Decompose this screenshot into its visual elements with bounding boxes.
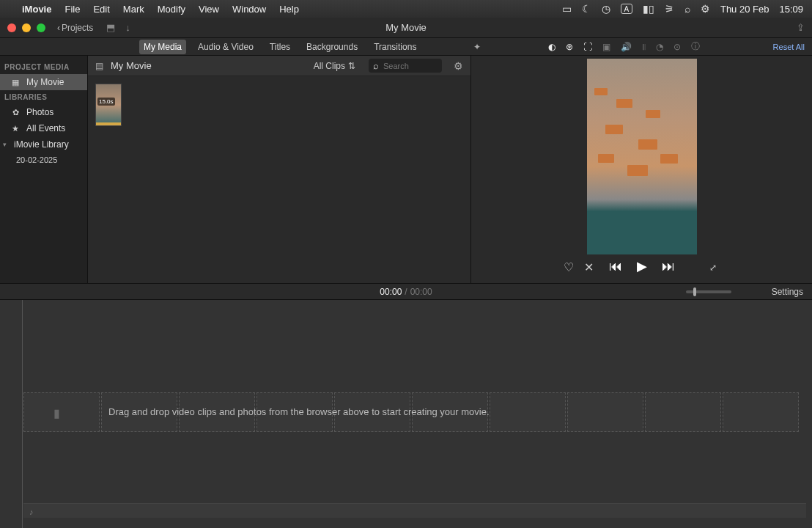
share-icon[interactable]: ⇪ <box>797 22 805 33</box>
prev-frame-button[interactable]: ⏮ <box>609 259 622 274</box>
keyboard-input-icon[interactable]: A <box>621 4 632 14</box>
list-view-icon[interactable]: ▤ <box>95 61 103 71</box>
wifi-icon[interactable]: ⚞ <box>665 3 674 15</box>
projects-label: Projects <box>62 23 93 33</box>
battery-icon[interactable]: ▮▯ <box>643 3 654 15</box>
film-icon: ▦ <box>10 78 21 87</box>
tab-my-media[interactable]: My Media <box>139 40 186 54</box>
minimize-window-button[interactable] <box>22 23 31 32</box>
audio-track[interactable] <box>23 503 806 518</box>
drop-slot[interactable] <box>645 392 721 432</box>
timecode-row: 00:00 / 00:00 Settings <box>0 283 812 299</box>
menu-file[interactable]: File <box>64 4 80 15</box>
sidebar-item-my-movie[interactable]: ▦ My Movie <box>0 74 87 90</box>
enhance-wand-icon[interactable]: ✦ <box>473 42 481 52</box>
drop-slot[interactable] <box>567 392 643 432</box>
timeline-zoom-slider[interactable] <box>686 290 731 293</box>
fullscreen-icon[interactable]: ⤢ <box>709 263 717 273</box>
window-titlebar: ‹ Projects ⬒ ↓ My Movie ⇪ <box>0 18 812 38</box>
menu-mark[interactable]: Mark <box>123 4 144 15</box>
filmstrip-icon: ▮ <box>53 406 60 420</box>
browser-title: My Movie <box>111 60 152 71</box>
sidebar-item-imovie-library[interactable]: ▾ iMovie Library <box>0 136 87 153</box>
clip-filter-icon[interactable]: ⊙ <box>673 42 681 52</box>
libraries-header: LIBRARIES <box>0 90 87 104</box>
search-box[interactable]: ⌕ <box>369 59 442 73</box>
reject-x-icon[interactable]: ✕ <box>584 260 594 274</box>
drop-slot[interactable] <box>490 392 566 432</box>
play-button[interactable]: ▶ <box>637 258 647 274</box>
menu-view[interactable]: View <box>199 4 219 15</box>
control-center-icon[interactable]: ⚙ <box>701 3 710 15</box>
noise-eq-icon[interactable]: ⫴ <box>642 42 646 52</box>
tab-audio-video[interactable]: Audio & Video <box>193 40 258 54</box>
traffic-lights <box>7 23 45 32</box>
tab-backgrounds[interactable]: Backgrounds <box>302 40 362 54</box>
window-title: My Movie <box>385 22 427 33</box>
tab-titles[interactable]: Titles <box>265 40 295 54</box>
back-to-projects-button[interactable]: ‹ Projects <box>57 23 93 33</box>
color-balance-icon[interactable]: ◐ <box>548 42 556 52</box>
project-media-header: PROJECT MEDIA <box>0 60 87 74</box>
dnd-moon-icon[interactable]: ☾ <box>582 3 591 15</box>
clip-duration-badge: 15.0s <box>97 98 115 106</box>
search-spotlight-icon[interactable]: ⌕ <box>684 3 690 15</box>
clip-area[interactable]: 15.0s <box>88 76 470 283</box>
total-time: 00:00 <box>410 287 432 297</box>
drop-slot[interactable] <box>723 392 799 432</box>
main-split: PROJECT MEDIA ▦ My Movie LIBRARIES ✿ Pho… <box>0 56 812 283</box>
menubar-date[interactable]: Thu 20 Feb <box>720 4 769 15</box>
download-icon[interactable]: ↓ <box>125 22 130 33</box>
gear-icon[interactable]: ⚙ <box>454 60 463 72</box>
photos-icon: ✿ <box>10 108 21 117</box>
stabilization-icon[interactable]: ▣ <box>602 42 610 52</box>
speed-icon[interactable]: ◔ <box>656 42 663 52</box>
clips-filter-dropdown[interactable]: All Clips ⇅ <box>314 61 355 71</box>
preview-viewer: ♡ ✕ ⏮ ▶ ⏭ ⤢ <box>470 56 812 283</box>
menu-help[interactable]: Help <box>279 4 299 15</box>
chevron-down-icon[interactable]: ▾ <box>3 141 7 148</box>
preview-frame[interactable] <box>587 59 697 254</box>
next-frame-button[interactable]: ⏭ <box>662 259 675 274</box>
sidebar-item-label: iMovie Library <box>14 139 69 150</box>
search-input[interactable] <box>383 62 427 70</box>
reset-all-button[interactable]: Reset All <box>773 43 805 51</box>
menu-modify[interactable]: Modify <box>158 4 185 15</box>
sidebar-item-label: Photos <box>26 107 53 117</box>
sidebar-item-date-event[interactable]: 20-02-2025 <box>0 153 87 167</box>
media-clip[interactable]: 15.0s <box>95 84 122 126</box>
timeline-settings-button[interactable]: Settings <box>772 287 803 297</box>
library-sidebar: PROJECT MEDIA ▦ My Movie LIBRARIES ✿ Pho… <box>0 56 88 283</box>
menubar-time[interactable]: 15:09 <box>779 4 803 15</box>
clock-icon[interactable]: ◷ <box>602 3 610 15</box>
close-window-button[interactable] <box>7 23 16 32</box>
sidebar-item-all-events[interactable]: ★ All Events <box>0 120 87 136</box>
sidebar-item-label: My Movie <box>26 77 64 87</box>
sidebar-item-photos[interactable]: ✿ Photos <box>0 104 87 120</box>
clip-used-bar <box>96 122 121 125</box>
chevron-left-icon: ‹ <box>57 23 60 33</box>
timeline[interactable]: Drag and drop video clips and photos fro… <box>0 299 812 528</box>
maximize-window-button[interactable] <box>37 23 45 32</box>
app-name[interactable]: iMovie <box>22 4 51 15</box>
media-tabs-row: My Media Audio & Video Titles Background… <box>0 38 812 56</box>
current-time: 00:00 <box>380 287 402 297</box>
sidebar-item-label: All Events <box>26 123 65 133</box>
playhead[interactable] <box>22 300 23 528</box>
drop-slot[interactable]: ▮ <box>23 392 100 432</box>
favorite-heart-icon[interactable]: ♡ <box>564 260 574 274</box>
media-browser: ▤ My Movie All Clips ⇅ ⌕ ⚙ 15.0s <box>88 56 470 283</box>
music-note-icon: ♪ <box>29 507 34 516</box>
tab-transitions[interactable]: Transitions <box>369 40 421 54</box>
updown-icon: ⇅ <box>348 61 355 71</box>
crop-icon[interactable]: ⛶ <box>583 42 592 52</box>
menu-window[interactable]: Window <box>232 4 266 15</box>
color-correction-icon[interactable]: ⊛ <box>566 42 573 52</box>
import-media-icon[interactable]: ⬒ <box>106 22 115 33</box>
time-separator: / <box>405 287 407 297</box>
volume-icon[interactable]: 🔊 <box>621 42 632 52</box>
info-icon[interactable]: ⓘ <box>691 40 700 53</box>
menu-edit[interactable]: Edit <box>93 4 109 15</box>
timeline-hint-text: Drag and drop video clips and photos fro… <box>108 406 490 417</box>
display-icon[interactable]: ▭ <box>562 3 572 15</box>
